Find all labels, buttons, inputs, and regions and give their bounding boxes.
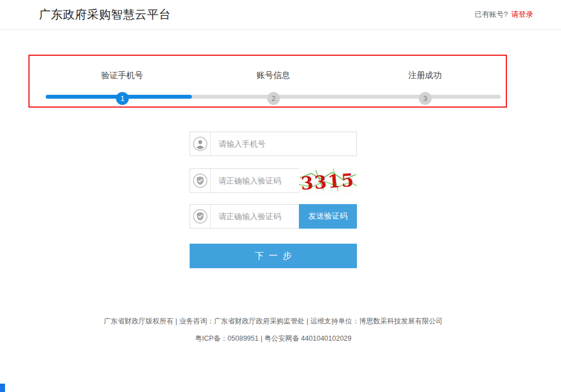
captcha-image[interactable]: 3315 — [299, 168, 357, 193]
corner-artifact — [0, 384, 5, 392]
step-label-verify-phone: 验证手机号 — [101, 70, 143, 81]
captcha-code-text: 3315 — [300, 170, 355, 193]
phone-field-row — [190, 132, 357, 156]
footer: 广东省财政厅版权所有 | 业务咨询：广东省财政厅政府采购监管处 | 运维支持单位… — [0, 317, 547, 343]
sms-field-row: 发送验证码 — [190, 204, 357, 229]
footer-icp: 粤ICP备：05089951 | 粤公安网备 4401040102029 — [0, 334, 547, 343]
next-step-button[interactable]: 下一步 — [190, 244, 357, 268]
step-circle-3: 3 — [419, 92, 432, 105]
send-code-button[interactable]: 发送验证码 — [299, 204, 357, 229]
have-account-text: 已有账号? — [475, 10, 507, 18]
header: 广东政府采购智慧云平台 已有账号? 请登录 — [0, 0, 561, 30]
header-account-hint: 已有账号? 请登录 — [475, 9, 533, 20]
step-label-register-success: 注册成功 — [408, 70, 442, 81]
step-circle-1: 1 — [116, 92, 129, 105]
login-link[interactable]: 请登录 — [511, 10, 533, 18]
shield-check-icon — [190, 205, 211, 228]
step-label-account-info: 账号信息 — [257, 70, 290, 81]
user-icon — [190, 132, 211, 156]
page-title: 广东政府采购智慧云平台 — [39, 7, 171, 22]
register-form: 3315 发送验证码 下一步 — [190, 132, 357, 268]
captcha-field-row: 3315 — [190, 168, 357, 193]
phone-input[interactable] — [211, 132, 356, 156]
registration-page: 广东政府采购智慧云平台 已有账号? 请登录 验证手机号 账号信息 注册成功 1 … — [0, 0, 561, 392]
stepper-annotation-box: 验证手机号 账号信息 注册成功 1 2 3 — [28, 55, 507, 108]
footer-copyright: 广东省财政厅版权所有 | 业务咨询：广东省财政厅政府采购监管处 | 运维支持单位… — [0, 317, 547, 326]
shield-check-icon — [190, 169, 211, 192]
step-circle-2: 2 — [267, 92, 280, 105]
